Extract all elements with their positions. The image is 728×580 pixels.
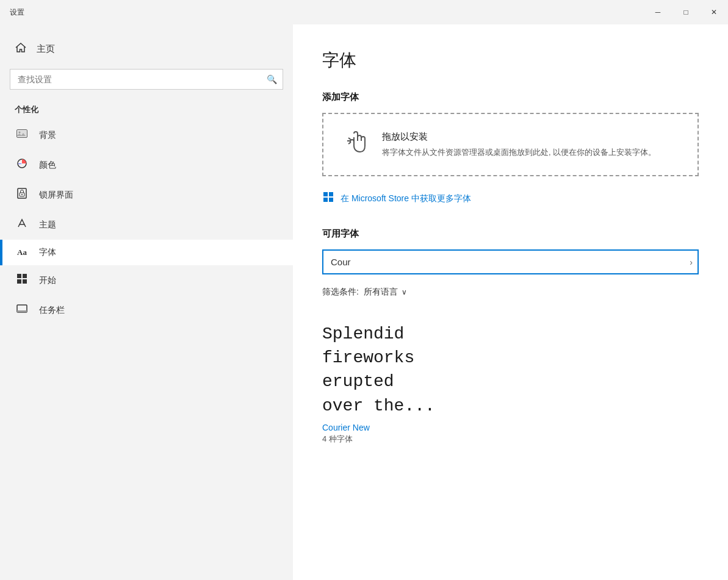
page-title: 字体 (322, 49, 699, 72)
app-title: 设置 (10, 7, 24, 18)
sidebar-item-colors[interactable]: 颜色 (0, 150, 293, 180)
minimize-button[interactable]: ─ (644, 0, 672, 24)
font-search-input[interactable] (322, 249, 699, 274)
filter-dropdown-arrow-icon: ∨ (402, 288, 407, 296)
svg-line-15 (348, 138, 351, 140)
start-label: 开始 (39, 275, 56, 286)
store-link[interactable]: 在 Microsoft Store 中获取更多字体 (322, 191, 699, 206)
filter-dropdown[interactable]: 所有语言 ∨ (364, 287, 407, 298)
svg-rect-10 (17, 279, 21, 284)
drop-main-text: 拖放以安装 (382, 131, 656, 143)
colors-label: 颜色 (39, 160, 56, 171)
add-fonts-title: 添加字体 (322, 91, 699, 103)
available-fonts-title: 可用字体 (322, 228, 699, 240)
drop-text: 拖放以安装 将字体文件从文件资源管理器或桌面拖放到此处, 以便在你的设备上安装字… (382, 131, 656, 159)
background-icon (15, 127, 29, 143)
svg-rect-1 (17, 130, 27, 137)
fonts-icon: Aa (15, 248, 29, 257)
font-variants: 4 种字体 (322, 434, 699, 445)
window-controls: ─ □ ✕ (644, 0, 728, 24)
sidebar: 主页 🔍 个性化 背景 (0, 24, 293, 580)
svg-point-6 (21, 194, 23, 195)
maximize-button[interactable]: □ (672, 0, 700, 24)
colors-icon (15, 157, 29, 173)
search-input[interactable] (10, 69, 283, 90)
svg-point-2 (19, 132, 21, 134)
search-box: 🔍 (10, 69, 283, 90)
sidebar-item-home[interactable]: 主页 (0, 34, 293, 64)
font-name: Courier New (322, 423, 699, 432)
background-label: 背景 (39, 130, 56, 141)
sidebar-item-fonts[interactable]: Aa 字体 (0, 240, 293, 265)
content-area: 字体 添加字体 拖放以安装 将字体文件从文件资源管理器或桌面 (293, 24, 728, 580)
fonts-label: 字体 (39, 247, 56, 258)
font-card[interactable]: Splendidfireworkseruptedover the... Cour… (322, 312, 699, 454)
themes-icon (15, 217, 29, 232)
sidebar-item-start[interactable]: 开始 (0, 265, 293, 295)
svg-rect-19 (323, 198, 328, 202)
app-body: 主页 🔍 个性化 背景 (0, 24, 728, 580)
drop-zone[interactable]: 拖放以安装 将字体文件从文件资源管理器或桌面拖放到此处, 以便在你的设备上安装字… (322, 113, 699, 176)
store-link-text: 在 Microsoft Store 中获取更多字体 (341, 193, 471, 204)
svg-rect-11 (23, 279, 27, 284)
start-icon (15, 273, 29, 288)
svg-line-16 (348, 142, 351, 144)
filter-label: 筛选条件: (322, 287, 359, 298)
section-title: 个性化 (0, 99, 293, 120)
filter-value: 所有语言 (364, 287, 398, 298)
drop-icon (343, 129, 370, 160)
svg-rect-17 (323, 192, 328, 196)
home-icon (15, 41, 27, 57)
svg-rect-8 (17, 274, 21, 278)
taskbar-label: 任务栏 (39, 305, 65, 316)
title-bar: 设置 ─ □ ✕ (0, 0, 728, 24)
sidebar-item-background[interactable]: 背景 (0, 120, 293, 150)
sidebar-item-taskbar[interactable]: 任务栏 (0, 295, 293, 325)
taskbar-icon (15, 303, 29, 318)
home-label: 主页 (37, 43, 55, 55)
font-preview-text: Splendidfireworkseruptedover the... (322, 322, 699, 418)
lockscreen-label: 锁屏界面 (39, 190, 73, 201)
store-icon (322, 191, 334, 206)
svg-rect-13 (17, 310, 27, 312)
themes-label: 主题 (39, 220, 56, 231)
lockscreen-icon (15, 187, 29, 202)
filter-row: 筛选条件: 所有语言 ∨ (322, 287, 699, 298)
drop-sub-text: 将字体文件从文件资源管理器或桌面拖放到此处, 以便在你的设备上安装字体。 (382, 146, 656, 159)
svg-rect-18 (329, 192, 333, 196)
sidebar-item-themes[interactable]: 主题 (0, 210, 293, 240)
svg-rect-20 (329, 198, 333, 202)
close-button[interactable]: ✕ (700, 0, 728, 24)
svg-rect-9 (23, 274, 27, 278)
sidebar-item-lockscreen[interactable]: 锁屏界面 (0, 180, 293, 210)
search-icon: 🔍 (267, 74, 277, 84)
font-search-clear-icon[interactable]: › (690, 257, 693, 267)
font-search-container: › (322, 249, 699, 274)
